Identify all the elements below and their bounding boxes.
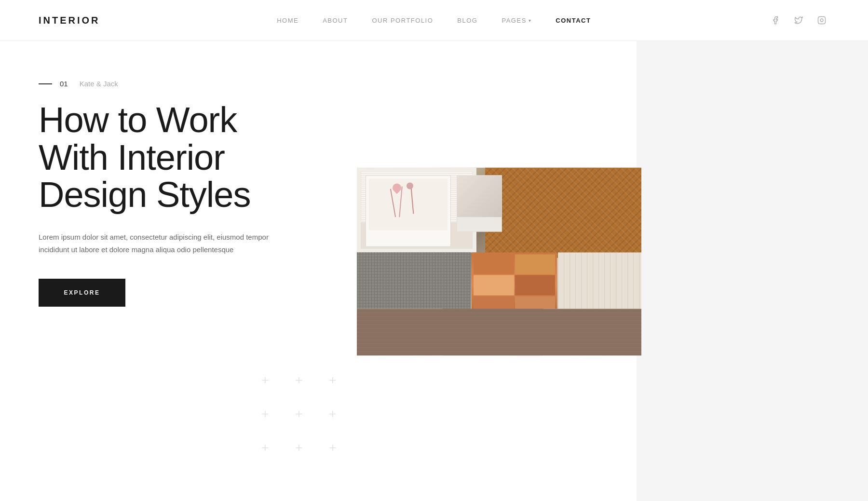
nav-home[interactable]: HOME [277,17,298,24]
instagram-icon[interactable] [814,13,829,28]
hero-content: 01 Kate & Jack How to Work With Interior… [0,41,357,501]
article-meta: 01 Kate & Jack [39,80,318,88]
site-header: INTERIOR HOME ABOUT OUR PORTFOLIO BLOG P… [0,0,868,41]
plus-icon: + [285,400,313,429]
nav-pages-dropdown[interactable]: PAGES ▾ [502,17,531,24]
nav-contact[interactable]: CONTACT [556,17,591,24]
nav-about[interactable]: ABOUT [323,17,348,24]
nav-blog[interactable]: BLOG [457,17,477,24]
wood-swatch [443,309,543,356]
social-links [768,13,829,28]
plus-decoration-grid: + + + + + + + + + [251,366,347,462]
main-content: 01 Kate & Jack How to Work With Interior… [0,41,868,501]
plus-icon: + [318,400,347,429]
mood-board-image [357,168,641,356]
plus-icon: + [251,400,280,429]
secondary-art-card [457,175,502,231]
plus-icon: + [285,433,313,462]
main-nav: HOME ABOUT OUR PORTFOLIO BLOG PAGES ▾ CO… [277,17,591,24]
article-number: 01 [39,80,68,88]
material-bottom-section [357,309,641,356]
hero-image [357,168,641,356]
article-description: Lorem ipsum dolor sit amet, consectetur … [39,231,289,256]
plus-icon: + [251,433,280,462]
twitter-icon[interactable] [791,13,806,28]
nav-portfolio[interactable]: OUR PORTFOLIO [372,17,433,24]
explore-button[interactable]: EXPLORE [39,279,125,307]
floral-art-card [366,175,451,246]
facebook-icon[interactable] [768,13,783,28]
image-mosaic [357,168,641,356]
svg-rect-0 [818,17,826,24]
chevron-down-icon: ▾ [529,18,532,23]
logo: INTERIOR [39,15,100,26]
article-title: How to Work With Interior Design Styles [39,101,318,214]
article-author: Kate & Jack [80,80,118,88]
right-panel [637,41,868,501]
fabric-swatch-brown [485,168,642,258]
plus-icon: + [318,433,347,462]
hero-image-area [357,41,868,501]
plus-icon: + [285,366,313,395]
dash-decoration [39,83,52,84]
plus-icon: + [251,366,280,395]
plus-icon: + [318,366,347,395]
